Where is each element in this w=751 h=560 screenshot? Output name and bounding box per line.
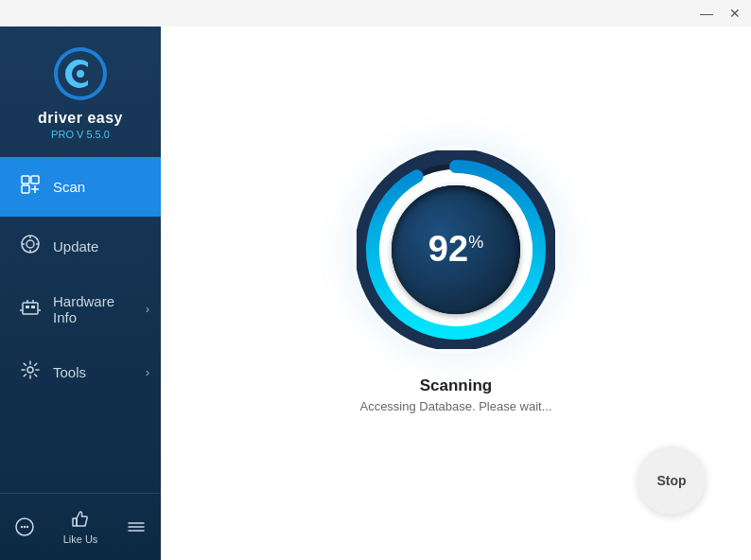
chat-icon xyxy=(14,516,35,537)
app-version: PRO V 5.5.0 xyxy=(51,129,110,140)
sidebar-item-tools[interactable]: Tools › xyxy=(0,342,161,402)
percent-sign: % xyxy=(468,233,483,252)
like-us-button[interactable]: Like Us xyxy=(63,509,98,545)
svg-point-25 xyxy=(24,526,26,528)
tools-icon xyxy=(19,359,42,385)
sidebar-item-scan[interactable]: Scan xyxy=(0,157,161,217)
like-us-label: Like Us xyxy=(63,534,98,545)
svg-rect-5 xyxy=(22,185,29,193)
tools-chevron: › xyxy=(146,366,149,379)
sidebar-bottom: Like Us xyxy=(0,493,161,560)
sidebar: driver easy PRO V 5.5.0 Scan xyxy=(0,26,161,560)
percent-value: 92 xyxy=(428,229,468,269)
update-icon xyxy=(19,234,42,259)
svg-point-24 xyxy=(21,526,23,528)
minimize-button[interactable]: — xyxy=(698,5,715,22)
close-button[interactable]: ✕ xyxy=(726,5,743,22)
sidebar-logo: driver easy PRO V 5.5.0 xyxy=(0,26,161,157)
svg-rect-17 xyxy=(31,306,35,308)
stop-button[interactable]: Stop xyxy=(637,446,706,515)
hardware-info-chevron: › xyxy=(146,303,149,316)
sidebar-item-hardware-info-label: Hardware Info xyxy=(53,293,142,325)
scan-status: Scanning Accessing Database. Please wait… xyxy=(359,376,551,413)
svg-rect-16 xyxy=(26,306,29,308)
sidebar-nav: Scan Update xyxy=(0,157,161,493)
thumbs-up-icon xyxy=(70,509,91,530)
svg-rect-15 xyxy=(23,303,38,314)
sidebar-item-scan-label: Scan xyxy=(53,179,85,195)
menu-button[interactable] xyxy=(126,516,147,537)
hardware-info-icon xyxy=(19,297,42,323)
progress-percent-text: 92% xyxy=(428,229,483,270)
main-layout: driver easy PRO V 5.5.0 Scan xyxy=(0,26,751,560)
svg-point-10 xyxy=(26,240,34,248)
sidebar-item-update[interactable]: Update xyxy=(0,217,161,276)
svg-rect-4 xyxy=(22,176,29,184)
app-name: driver easy xyxy=(38,110,123,127)
svg-point-26 xyxy=(26,526,28,528)
scan-status-title: Scanning xyxy=(359,376,551,395)
content-area: 92% Scanning Accessing Database. Please … xyxy=(161,26,751,560)
svg-point-22 xyxy=(27,367,33,373)
sidebar-item-tools-label: Tools xyxy=(53,364,86,380)
app-logo-icon xyxy=(52,45,109,102)
sidebar-item-update-label: Update xyxy=(53,238,98,254)
svg-rect-27 xyxy=(73,518,77,526)
scan-icon xyxy=(19,174,42,200)
scan-status-subtitle: Accessing Database. Please wait... xyxy=(359,399,551,413)
progress-container: 92% Scanning Accessing Database. Please … xyxy=(352,146,560,413)
svg-rect-6 xyxy=(31,176,39,184)
sidebar-item-hardware-info[interactable]: Hardware Info › xyxy=(0,276,161,342)
chat-button[interactable] xyxy=(14,516,35,537)
svg-point-3 xyxy=(77,70,84,78)
title-bar: — ✕ xyxy=(0,0,751,26)
menu-icon xyxy=(126,516,147,537)
progress-center: 92% xyxy=(392,185,520,314)
